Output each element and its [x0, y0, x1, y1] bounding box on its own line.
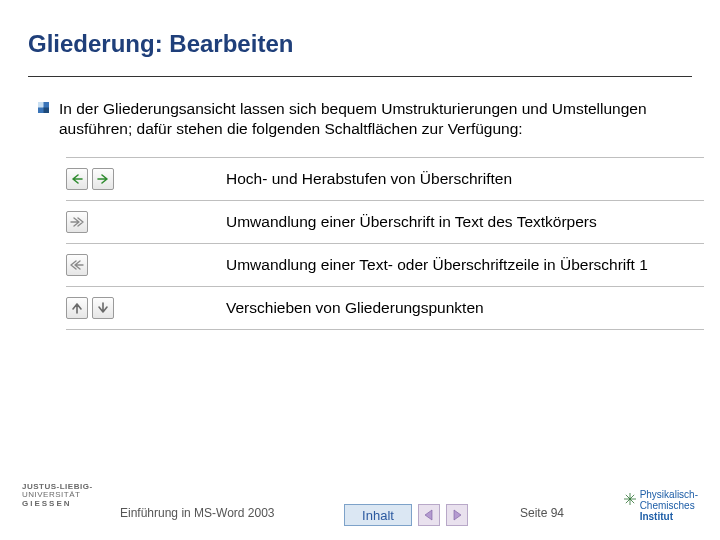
chem-line1: Physikalisch- — [640, 489, 698, 500]
function-label: Umwandlung einer Überschrift in Text des… — [226, 212, 704, 231]
university-logo: JUSTUS-LIEBIG- UNIVERSITÄT GIESSEN — [22, 483, 93, 508]
footer: JUSTUS-LIEBIG- UNIVERSITÄT GIESSEN Einfü… — [0, 472, 720, 540]
document-title: Einführung in MS-Word 2003 — [120, 506, 275, 520]
svg-rect-2 — [44, 108, 50, 114]
triangle-left-icon — [423, 509, 435, 521]
svg-rect-1 — [38, 102, 44, 108]
triangle-right-icon — [451, 509, 463, 521]
function-label: Umwandlung einer Text- oder Überschriftz… — [226, 255, 704, 274]
bullet-icon — [38, 102, 49, 113]
function-label: Hoch- und Herabstufen von Überschriften — [226, 169, 704, 188]
nav-block: Inhalt — [344, 504, 468, 526]
svg-marker-4 — [454, 510, 461, 520]
chem-line3: Institut — [640, 511, 698, 522]
move-down-icon — [92, 297, 114, 319]
table-row: Hoch- und Herabstufen von Überschriften — [66, 157, 704, 200]
institute-logo: Physikalisch- Chemisches Institut — [640, 489, 698, 522]
page-title: Gliederung: Bearbeiten — [28, 30, 692, 58]
divider — [28, 76, 692, 77]
table-row: Umwandlung einer Text- oder Überschriftz… — [66, 243, 704, 286]
promote-heading-icon — [66, 168, 88, 190]
page-number: Seite 94 — [520, 506, 564, 520]
promote-to-heading1-icon — [66, 254, 88, 276]
function-label: Verschieben von Gliederungspunkten — [226, 298, 704, 317]
intro-row: In der Gliederungsansicht lassen sich be… — [38, 99, 692, 139]
demote-heading-icon — [92, 168, 114, 190]
star-icon — [624, 493, 636, 505]
contents-label: Inhalt — [362, 508, 394, 523]
table-row: Umwandlung einer Überschrift in Text des… — [66, 200, 704, 243]
slide: Gliederung: Bearbeiten In der Gliederung… — [0, 0, 720, 540]
intro-text: In der Gliederungsansicht lassen sich be… — [59, 99, 659, 139]
prev-slide-button[interactable] — [418, 504, 440, 526]
table-row: Verschieben von Gliederungspunkten — [66, 286, 704, 330]
contents-button[interactable]: Inhalt — [344, 504, 412, 526]
chem-line2: Chemisches — [640, 500, 698, 511]
next-slide-button[interactable] — [446, 504, 468, 526]
move-up-icon — [66, 297, 88, 319]
uni-line3: GIESSEN — [22, 500, 93, 508]
svg-marker-3 — [425, 510, 432, 520]
function-table: Hoch- und Herabstufen von Überschriften … — [66, 157, 704, 330]
demote-to-body-icon — [66, 211, 88, 233]
